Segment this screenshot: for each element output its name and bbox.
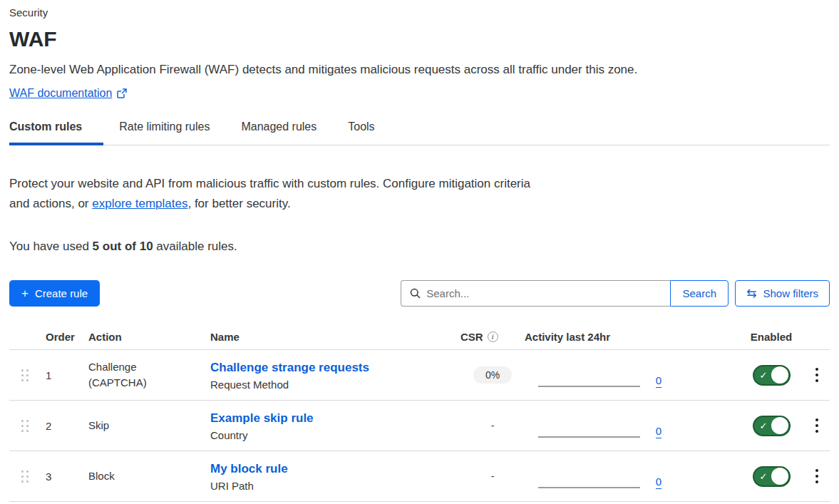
external-link-icon [117, 88, 127, 98]
search-group: Search [401, 280, 729, 307]
drag-handle-icon[interactable] [21, 470, 29, 483]
table-row: 3 Block My block rule URI Path - 0 ✓ [9, 451, 830, 502]
header-order: Order [46, 331, 88, 343]
toolbar: + Create rule Search ⇆ Show filt [9, 280, 830, 307]
rule-field: URI Path [210, 480, 460, 492]
explore-templates-link[interactable]: explore templates [92, 197, 187, 210]
rule-name-link[interactable]: My block rule [210, 461, 460, 477]
rule-name-link[interactable]: Challenge strange requests [210, 360, 460, 376]
usage-prefix: You have used [9, 240, 93, 253]
row-menu-button[interactable] [813, 466, 821, 486]
header-csr-label: CSR [460, 331, 483, 343]
enabled-toggle[interactable]: ✓ [753, 466, 791, 487]
create-rule-button[interactable]: + Create rule [9, 280, 100, 307]
page-title: WAF [9, 26, 830, 53]
rules-table: Order Action Name CSR i Activity last 24… [9, 326, 830, 502]
page-description: Zone-level Web Application Firewall (WAF… [9, 62, 830, 78]
table-row: 2 Skip Example skip rule Country - 0 ✓ [9, 401, 830, 451]
rule-name-link[interactable]: Example skip rule [210, 411, 460, 426]
row-menu-button[interactable] [813, 365, 821, 385]
header-action: Action [88, 331, 210, 343]
check-icon: ✓ [760, 421, 768, 431]
header-csr: CSR i [460, 331, 525, 343]
row-menu-button[interactable] [813, 416, 821, 436]
tab-managed-rules[interactable]: Managed rules [225, 120, 332, 145]
waf-documentation-label: WAF documentation [9, 87, 112, 100]
show-filters-label: Show filters [763, 287, 818, 299]
breadcrumb-security: Security [9, 6, 830, 20]
rule-order: 2 [46, 420, 88, 432]
create-rule-label: Create rule [35, 287, 88, 299]
check-icon: ✓ [760, 472, 768, 481]
info-icon[interactable]: i [488, 331, 498, 342]
enabled-toggle[interactable]: ✓ [753, 416, 791, 436]
rule-field: Request Method [210, 379, 460, 391]
waf-documentation-link[interactable]: WAF documentation [9, 87, 127, 100]
usage-suffix: available rules. [153, 240, 237, 253]
intro-after: , for better security. [187, 197, 290, 210]
activity-sparkline [538, 487, 640, 488]
plus-icon: + [21, 287, 29, 299]
toggle-knob [771, 366, 788, 384]
search-box [401, 280, 670, 307]
table-header: Order Action Name CSR i Activity last 24… [9, 326, 830, 350]
usage-text: You have used 5 out of 10 available rule… [9, 240, 830, 254]
activity-sparkline [538, 386, 640, 387]
intro-text: Protect your website and API from malici… [9, 174, 542, 214]
rule-action: Skip [88, 418, 109, 433]
header-activity: Activity last 24hr [525, 331, 670, 343]
search-input[interactable] [426, 287, 662, 299]
search-button[interactable]: Search [670, 280, 729, 307]
rule-action: Challenge (CAPTCHA) [88, 359, 160, 391]
toolbar-right: Search ⇆ Show filters [401, 280, 830, 307]
usage-count: 5 out of 10 [93, 240, 153, 253]
activity-sparkline [538, 436, 640, 438]
tab-tools[interactable]: Tools [332, 120, 390, 145]
table-body: 1 Challenge (CAPTCHA) Challenge strange … [9, 350, 830, 502]
csr-value: - [491, 420, 495, 431]
table-row: 1 Challenge (CAPTCHA) Challenge strange … [9, 350, 830, 401]
header-name: Name [210, 331, 460, 343]
activity-count-link[interactable]: 0 [656, 426, 662, 438]
csr-value: 0% [473, 366, 512, 384]
activity-count-link[interactable]: 0 [656, 476, 662, 489]
waf-page: Security WAF Zone-level Web Application … [0, 0, 839, 502]
toggle-knob [771, 468, 788, 485]
drag-handle-icon[interactable] [21, 369, 29, 381]
activity-count-link[interactable]: 0 [656, 375, 662, 388]
rule-order: 3 [46, 470, 88, 483]
header-enabled: Enabled [738, 331, 804, 343]
enabled-toggle[interactable]: ✓ [753, 365, 791, 386]
tab-bar: Custom rulesRate limiting rulesManaged r… [9, 120, 830, 145]
tab-rate-limiting-rules[interactable]: Rate limiting rules [103, 120, 225, 145]
toggle-knob [771, 417, 788, 434]
check-icon: ✓ [760, 371, 768, 380]
search-icon [410, 288, 421, 299]
show-filters-button[interactable]: ⇆ Show filters [735, 280, 830, 307]
swap-arrows-icon: ⇆ [746, 287, 756, 299]
csr-value: - [491, 470, 495, 482]
rule-order: 1 [46, 369, 88, 381]
drag-handle-icon[interactable] [21, 420, 29, 432]
rule-field: Country [210, 429, 460, 441]
tab-custom-rules[interactable]: Custom rules [9, 120, 103, 145]
rule-action: Block [88, 468, 115, 484]
